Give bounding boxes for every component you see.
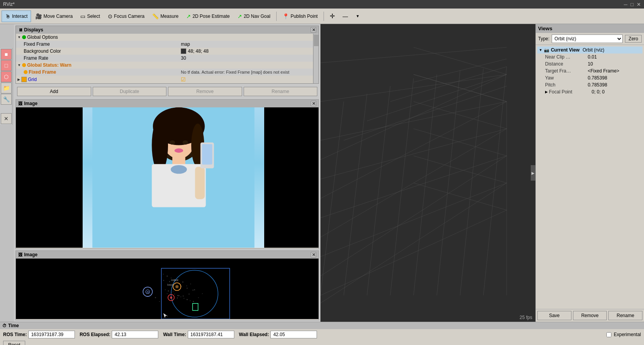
displays-buttons: Add Duplicate Remove Rename [16,85,319,98]
current-view-type: Orbit (rviz) [583,47,604,53]
rename-display-button[interactable]: Rename [244,87,318,96]
table-row: ▶ Grid ☑ [16,76,313,83]
displays-close-btn[interactable]: ✕ [311,27,316,33]
wall-elapsed-group: Wall Elapsed: 42.05 [239,331,317,338]
image-panel-1-content [16,107,319,248]
global-status-item[interactable]: ▼ Global Status: Warn [17,62,178,68]
3d-viewport[interactable]: ◀ ▶ 25 fps [320,24,535,322]
duplicate-display-button[interactable]: Duplicate [93,87,167,96]
plus-button[interactable]: ✛ [326,10,338,22]
sidebar-icon-5[interactable]: 🔧 [1,94,12,105]
2d-pose-button[interactable]: ↗ 2D Pose Estimate [183,10,233,22]
photo-area [83,107,264,248]
fixed-frame-value: map [181,41,190,47]
image-black-left [16,107,83,248]
left-panel: 🖥 Displays ✕ ▼ Global Options [14,24,320,322]
views-save-button[interactable]: Save [537,311,571,320]
robot-map-svg: R robot base [16,259,319,319]
global-options-item[interactable]: ▼ Global Options [17,34,178,40]
sidebar-icon-1[interactable]: ■ [1,49,12,60]
focus-camera-button[interactable]: ⊙ Focus Camera [104,10,148,22]
svg-line-75 [414,183,507,210]
svg-line-67 [320,210,507,295]
svg-line-65 [320,156,507,218]
viewport-right-collapse[interactable]: ▶ [531,165,535,181]
select-label: Select [87,14,100,19]
displays-table: ▼ Global Options Fixed Fram [16,34,313,83]
publish-point-label: Publish Point [291,14,318,19]
measure-button[interactable]: 📏 Measure [149,10,182,22]
svg-line-74 [414,156,507,183]
displays-panel: 🖥 Displays ✕ ▼ Global Options [16,26,319,84]
svg-point-27 [198,297,199,298]
select-button[interactable]: ▭ Select [77,10,103,22]
displays-title: Displays [24,27,43,33]
views-type-select[interactable]: Orbit (rviz) [552,34,623,43]
2d-pose-icon: ↗ [186,13,191,19]
table-row: Frame Rate 30 [16,55,313,62]
scrollbar-thumb[interactable] [314,34,319,46]
ros-elapsed-value: 42.13 [112,331,158,338]
move-camera-label: Move Camera [43,14,73,19]
image-panel-2-title: Image [24,252,38,257]
ros-elapsed-group: ROS Elapsed: 42.13 [80,331,158,338]
chevron-down-icon: ▼ [356,14,360,18]
window-close[interactable]: ✕ [637,2,641,7]
toolbar: 🖱 Interact 🎥 Move Camera ▭ Select ⊙ Focu… [0,9,644,24]
near-clip-label: Near Clip … [545,54,588,60]
minus-button[interactable]: — [339,10,351,22]
triangle-right-icon-2: ▶ [545,90,548,94]
app-title: RViz* [3,2,15,7]
svg-rect-36 [192,290,193,291]
time-icon: ⏱ [2,323,7,328]
focus-camera-icon: ⊙ [108,13,113,19]
reset-button[interactable]: Reset [3,341,25,345]
fixed-frame-error-value: No tf data. Actual error: Fixed Frame [m… [181,70,289,74]
interact-button[interactable]: 🖱 Interact [2,10,31,22]
svg-point-23 [194,289,195,290]
image-panel-2-close[interactable]: ✕ [311,252,316,257]
svg-line-89 [320,129,507,237]
grid-checkbox[interactable] [21,77,27,82]
image-panel-2: 🖼 Image ✕ [16,250,319,320]
views-zero-button[interactable]: Zero [625,35,642,43]
target-frame-label: Target Fra… [545,68,588,74]
sidebar-icon-2[interactable]: □ [1,60,12,71]
add-display-button[interactable]: Add [17,87,91,96]
time-panel: ⏱ Time ROS Time: 1631973187.39 ROS Elaps… [0,322,644,345]
svg-point-59 [187,299,188,300]
status-warn-icon [22,63,26,67]
displays-scrollbar[interactable] [313,34,319,83]
sidebar-icon-3[interactable]: ⬡ [1,71,12,82]
publish-point-button[interactable]: 📍 Publish Point [279,10,321,22]
2d-nav-button[interactable]: ↗ 2D Nav Goal [234,10,274,22]
fps-badge: 25 fps [519,315,532,320]
svg-rect-31 [163,280,164,281]
svg-text:base: base [167,283,173,286]
target-frame-value: <Fixed Frame> [588,68,641,74]
svg-text:robot: robot [171,278,178,282]
image-panel-1-close[interactable]: ✕ [311,101,316,106]
distance-value: 10 [588,61,641,67]
svg-line-72 [414,102,507,129]
window-minimize[interactable]: ─ [624,2,627,7]
sidebar-icon-close[interactable]: ✕ [1,113,12,124]
views-title: Views [538,26,552,31]
dropdown-button[interactable]: ▼ [352,10,363,22]
svg-point-21 [186,285,187,286]
views-remove-button[interactable]: Remove [573,311,607,320]
svg-point-8 [171,165,187,174]
views-rename-button[interactable]: Rename [608,311,642,320]
experimental-checkbox[interactable] [606,332,611,337]
current-view-item[interactable]: ▼ 📷 Current View Orbit (rviz) [537,47,642,53]
svg-rect-39 [177,298,178,298]
measure-icon: 📏 [152,13,159,19]
sidebar-icon-4[interactable]: 📁 [1,83,12,93]
grid-item[interactable]: ▶ Grid [17,77,178,82]
remove-display-button[interactable]: Remove [168,87,242,96]
move-camera-button[interactable]: 🎥 Move Camera [32,10,76,22]
svg-rect-32 [169,281,170,282]
window-maximize[interactable]: □ [630,2,634,7]
svg-point-60 [190,300,190,301]
svg-line-77 [344,94,367,295]
